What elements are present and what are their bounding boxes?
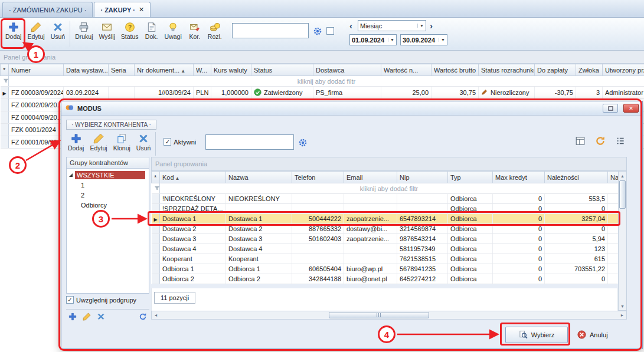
period-mode-select[interactable]: Miesiąc ▼ [358,20,426,31]
application-window: · ZAMÓWIENIA ZAKUPU · · ZAKUPY · ✕ Dodaj… [0,0,644,352]
column-header[interactable]: Zwłoka [576,64,603,76]
table-row[interactable]: Odbiorca 2Odbiorca 2 342844188biuro@onet… [152,274,619,284]
period-selector: ‹ Miesiąc ▼ › 01.09.2024 ▼ 30.09.2024 ▼ [349,19,450,48]
dialog-clone-button[interactable]: Klonuj [110,131,133,153]
column-header[interactable]: Nip [397,172,448,183]
printer-icon [79,22,89,32]
documents-button[interactable]: Dok. [142,19,162,41]
column-header[interactable]: Na [608,172,619,183]
add-button[interactable]: Dodaj [2,19,24,41]
grid-header-row: * Numer Data wystaw... Seria Nr dokument… [1,64,644,76]
filter-row[interactable]: kliknij aby dodać filtr [152,183,619,194]
table-row[interactable]: !NIEOKREŚLONYNIEOKREŚLONY Odbiorca 0553,… [152,194,619,204]
print-button[interactable]: Drukuj [72,19,96,41]
column-header[interactable]: Seria [109,64,135,76]
column-header[interactable]: Status rozrachunków [479,64,535,76]
column-header[interactable]: Data wystaw... [64,64,109,76]
scroll-down-icon[interactable]: ▼ [619,302,626,310]
prev-period-icon[interactable]: ‹ [349,21,352,31]
table-row[interactable]: !SPRZEDAŻ DETA... Odbiorca 00 [152,204,619,214]
vertical-scrollbar[interactable]: ▲ ▼ [618,171,627,311]
scroll-grip [377,313,382,317]
tab-zakupy[interactable]: · ZAKUPY · ✕ [94,2,151,17]
column-header[interactable]: Należności [545,172,608,183]
column-header[interactable]: Status [251,64,313,76]
column-header[interactable]: Nazwa [226,172,292,183]
column-header[interactable]: Kod▲ [160,172,226,183]
tree-expander-icon[interactable] [69,173,73,177]
dialog-add-button[interactable]: Dodaj [65,131,87,153]
active-checkbox[interactable]: ✓ [164,138,171,146]
correction-button[interactable]: Kor. [185,19,205,41]
sync-icon[interactable] [139,312,147,321]
date-to-select[interactable]: 30.09.2024 ▼ [400,34,447,45]
column-header[interactable]: Telefon [292,172,344,183]
next-period-icon[interactable]: › [430,21,433,31]
edit-button[interactable]: Edytuj [24,19,47,41]
column-header[interactable]: Typ [448,172,493,183]
column-header[interactable]: Utworzony prz... [603,64,644,76]
date-from-select[interactable]: 01.09.2024 ▼ [349,34,397,45]
table-row[interactable]: Dostawca 3Dostawca 3 501602403zaopatrzen… [152,234,619,244]
column-header[interactable]: W... [194,64,211,76]
notes-button[interactable]: Uwagi [162,19,185,41]
tab-bar: · ZAMÓWIENIA ZAKUPU · · ZAKUPY · ✕ [0,0,644,18]
column-header[interactable]: Kurs waluty [211,64,251,76]
list-settings-icon[interactable] [615,136,626,146]
settlements-button[interactable]: Rozl. [205,19,225,41]
select-button[interactable]: Wybierz [505,327,568,343]
search-input[interactable] [232,23,309,38]
delete-button[interactable]: Usuń [48,19,68,41]
gear-icon[interactable] [296,136,309,149]
filter-checkbox[interactable] [326,27,334,35]
scroll-up-icon[interactable]: ▲ [619,172,626,180]
table-row-selected[interactable]: ▶ Dostawca 1Dostawca 1 500444222zaopatrz… [152,214,619,224]
filter-row[interactable]: kliknij aby dodać filtr [1,76,644,87]
restore-window-button[interactable] [603,104,618,113]
dialog-group-panel[interactable]: Panel grupowania [151,157,627,171]
tree-item-wszystkie[interactable]: WSZYSTKIE [67,170,149,180]
table-row[interactable]: KooperantKooperant 7621538515Odbiorca 06… [152,254,619,264]
pencil-icon[interactable] [83,312,91,321]
gear-icon[interactable] [311,25,324,38]
dialog-edit-button[interactable]: Edytuj [87,131,110,153]
choose-contractor-tab[interactable]: · WYBIERZ KONTRAHENTA · [66,120,156,130]
x-icon[interactable] [97,312,105,321]
column-header[interactable]: Email [344,172,397,183]
pencil-icon [93,133,104,144]
table-row[interactable]: ▶ FZ 00003/09/2024 03.09.2024 1//03/09/2… [1,87,644,99]
dialog-delete-button[interactable]: Usuń [133,131,154,153]
send-button[interactable]: Wyślij [96,19,117,41]
column-header[interactable]: Max kredyt [493,172,545,183]
scroll-right-icon[interactable]: ► [618,311,626,319]
column-layout-icon[interactable] [575,136,586,146]
include-subgroups-checkbox[interactable]: ✓ [66,296,74,304]
tree-item-1[interactable]: 1 [67,180,149,190]
status-button[interactable]: ? Status [118,19,142,41]
dialog-title-bar[interactable]: MODUS ✕ [61,101,642,116]
close-window-button[interactable]: ✕ [623,104,639,113]
dialog-search-input[interactable] [205,134,294,150]
refresh-icon[interactable] [595,136,606,146]
column-header[interactable]: Wartość n... [381,64,431,76]
include-subgroups-label: Uwzględnij podgrupy [76,297,136,304]
column-header[interactable]: Do zapłaty [535,64,576,76]
plus-icon[interactable] [68,312,77,321]
scroll-thumb[interactable] [329,312,429,318]
column-header[interactable]: Numer [9,64,64,76]
tab-zamowienia-zakupu[interactable]: · ZAMÓWIENIA ZAKUPU · [2,2,93,17]
scroll-left-icon[interactable]: ◄ [152,311,160,319]
column-header[interactable]: Dostawca [313,64,381,76]
tab-close-icon[interactable]: ✕ [139,6,144,14]
table-row[interactable]: Odbiorca 1Odbiorca 1 606505404biuro@wp.p… [152,264,619,274]
column-header[interactable]: Wartość brutto [431,64,479,76]
group-panel[interactable]: Panel grupowania [0,51,644,64]
table-row[interactable]: Dostawca 2Dostawca 2 887665332dostawy@bi… [152,224,619,234]
scroll-thumb[interactable] [619,180,626,209]
column-header[interactable]: Nr dokument...▲ [135,64,194,76]
cancel-button[interactable]: Anuluj [577,328,608,342]
tree-item-odbiorcy[interactable]: Odbiorcy [67,200,149,210]
table-row[interactable]: Dostawca 4Dostawca 4 5811957349Odbiorca … [152,244,619,254]
tree-item-2[interactable]: 2 [67,190,149,200]
horizontal-scrollbar[interactable]: ◄ ► [151,311,627,320]
